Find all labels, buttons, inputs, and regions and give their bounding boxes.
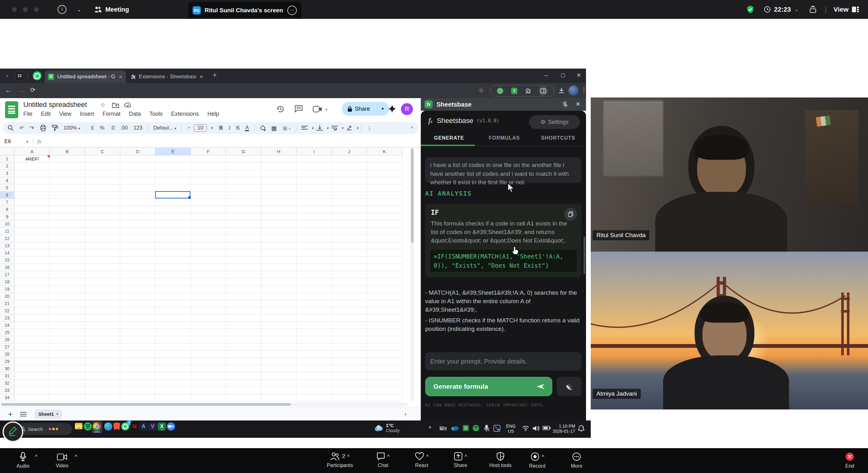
meet-camera-icon[interactable] xyxy=(313,106,322,112)
menu-view[interactable]: View xyxy=(59,111,71,117)
row-header-30[interactable]: 30 xyxy=(0,365,14,372)
onedrive-icon[interactable] xyxy=(451,425,459,431)
extensions-puzzle-icon[interactable] xyxy=(525,88,531,94)
row-header-31[interactable]: 31 xyxy=(0,372,14,380)
share-dropdown-button[interactable]: ▼ xyxy=(376,102,389,116)
chat-chevron[interactable]: ^ xyxy=(387,454,390,459)
cloud-status-icon[interactable] xyxy=(124,102,131,108)
row-header-28[interactable]: 28 xyxy=(0,351,14,358)
unpin-icon[interactable] xyxy=(562,101,568,107)
name-box-caret-icon[interactable]: ▾ xyxy=(26,140,28,144)
netflix-icon[interactable]: N xyxy=(130,423,138,431)
brave-icon[interactable] xyxy=(113,423,121,431)
column-header-A[interactable]: A xyxy=(14,148,50,155)
sheet-tab-active[interactable]: Sheet1 ▾ xyxy=(35,409,62,419)
window-close-icon[interactable]: ✕ xyxy=(577,72,581,79)
menu-edit[interactable]: Edit xyxy=(41,111,51,117)
cast-icon[interactable] xyxy=(808,5,817,13)
row-header-9[interactable]: 9 xyxy=(0,213,14,221)
text-rotation-icon[interactable] xyxy=(346,126,353,131)
format-percent-button[interactable]: % xyxy=(100,125,104,131)
react-chevron[interactable]: ^ xyxy=(426,454,429,459)
column-header-G[interactable]: G xyxy=(226,148,261,155)
cells-area[interactable]: #REF! xyxy=(14,155,402,401)
vs-icon[interactable]: V xyxy=(149,423,157,431)
row-header-10[interactable]: 10 xyxy=(0,221,14,228)
row-header-12[interactable]: 12 xyxy=(0,235,14,242)
pinned-tab-whatsapp-icon[interactable] xyxy=(33,71,41,80)
row-header-7[interactable]: 7 xyxy=(0,199,14,206)
end-meeting-control[interactable]: End xyxy=(834,452,866,469)
spotify-icon[interactable] xyxy=(84,423,92,431)
download-icon[interactable] xyxy=(558,87,565,94)
tab-close-icon[interactable]: ✕ xyxy=(199,74,203,80)
browser-profile-avatar[interactable] xyxy=(568,86,579,96)
gemini-sparkle-icon[interactable] xyxy=(388,104,397,113)
column-header-C[interactable]: C xyxy=(85,148,120,155)
participants-chevron[interactable]: ^ xyxy=(347,454,350,459)
row-header-15[interactable]: 15 xyxy=(0,257,14,264)
fill-handle[interactable] xyxy=(188,196,191,199)
font-select[interactable]: Defaul...▾ xyxy=(153,125,176,131)
panel-scrollbar[interactable] xyxy=(584,236,585,274)
format-currency-button[interactable]: £ xyxy=(91,125,94,131)
row-header-21[interactable]: 21 xyxy=(0,300,14,307)
account-avatar[interactable]: R xyxy=(401,103,413,115)
browser-tab-spreadsheet[interactable]: Untitled spreadsheet - Google S ✕ xyxy=(45,70,126,83)
row-header-18[interactable]: 18 xyxy=(0,278,14,285)
taskbar-search[interactable]: Search xyxy=(17,423,72,435)
row-header-1[interactable]: 1 xyxy=(0,155,14,163)
name-box[interactable]: E6 xyxy=(4,138,25,145)
column-header-B[interactable]: B xyxy=(50,148,85,155)
share-chevron[interactable]: ^ xyxy=(465,454,467,459)
video-control[interactable]: ^ Video xyxy=(45,452,79,469)
row-header-33[interactable]: 33 xyxy=(0,387,14,394)
tab-generate[interactable]: GENERATE xyxy=(434,135,464,141)
extension-icon-sheetsbase[interactable]: f xyxy=(511,88,518,94)
window-maximize-icon[interactable]: ▢ xyxy=(561,72,565,78)
language-indicator[interactable]: ENGUS xyxy=(506,424,516,434)
column-header-E[interactable]: E xyxy=(155,148,191,155)
fill-color-icon[interactable] xyxy=(260,125,266,131)
menu-format[interactable]: Format xyxy=(102,111,121,117)
select-all-corner[interactable] xyxy=(0,148,14,155)
clear-button[interactable] xyxy=(557,377,582,396)
column-header-K[interactable]: K xyxy=(367,148,402,155)
meet-caret-icon[interactable]: ▾ xyxy=(326,107,327,112)
decrease-decimals-button[interactable]: .0 xyxy=(110,125,115,131)
taskbar-weather[interactable]: 1°C Cloudy xyxy=(374,423,400,433)
zoom-select[interactable]: 100%▾ xyxy=(64,125,80,131)
tray-green-app-icon[interactable] xyxy=(463,425,469,431)
row-header-27[interactable]: 27 xyxy=(0,343,14,351)
tray-spotify-icon[interactable] xyxy=(473,425,479,431)
tab-formulas[interactable]: FORMULAS xyxy=(489,135,520,141)
formula-code[interactable]: =IF(ISNUMBER(MATCH(A1, 'Sheet1'!A:A, 0))… xyxy=(430,249,577,272)
move-folder-icon[interactable] xyxy=(112,102,119,108)
chat-control[interactable]: ^ Chat xyxy=(366,452,400,468)
column-header-I[interactable]: I xyxy=(297,148,332,155)
volume-icon[interactable] xyxy=(532,425,539,432)
view-button[interactable]: View xyxy=(834,6,848,13)
zoom-app-icon[interactable] xyxy=(167,423,175,431)
notification-bell-icon[interactable]: z xyxy=(578,425,585,432)
history-icon[interactable] xyxy=(276,105,284,113)
edge-icon[interactable] xyxy=(104,423,112,431)
clock-chevron-icon[interactable]: ⌄ xyxy=(795,7,799,12)
row-header-23[interactable]: 23 xyxy=(0,314,14,322)
more-formats-button[interactable]: 123 xyxy=(133,125,142,131)
chevron-down-icon[interactable]: ⌄ xyxy=(77,7,81,12)
comment-icon[interactable] xyxy=(294,105,303,112)
tray-capture-icon[interactable] xyxy=(494,425,500,432)
borders-icon[interactable]: ▦ xyxy=(271,125,277,132)
row-header-16[interactable]: 16 xyxy=(0,264,14,271)
tabbar-scroll-left-icon[interactable]: ‹ xyxy=(404,411,406,417)
react-control[interactable]: ^ React xyxy=(404,452,439,468)
row-header-3[interactable]: 3 xyxy=(0,170,14,177)
menu-help[interactable]: Help xyxy=(208,111,219,117)
menu-file[interactable]: File xyxy=(23,111,32,117)
text-wrap-icon[interactable] xyxy=(332,126,338,131)
whatsapp-icon[interactable]: 1 xyxy=(121,423,129,431)
new-tab-button[interactable]: + xyxy=(213,71,217,79)
row-header-29[interactable]: 29 xyxy=(0,358,14,365)
settings-button[interactable]: ⚙ Settings xyxy=(529,115,580,129)
